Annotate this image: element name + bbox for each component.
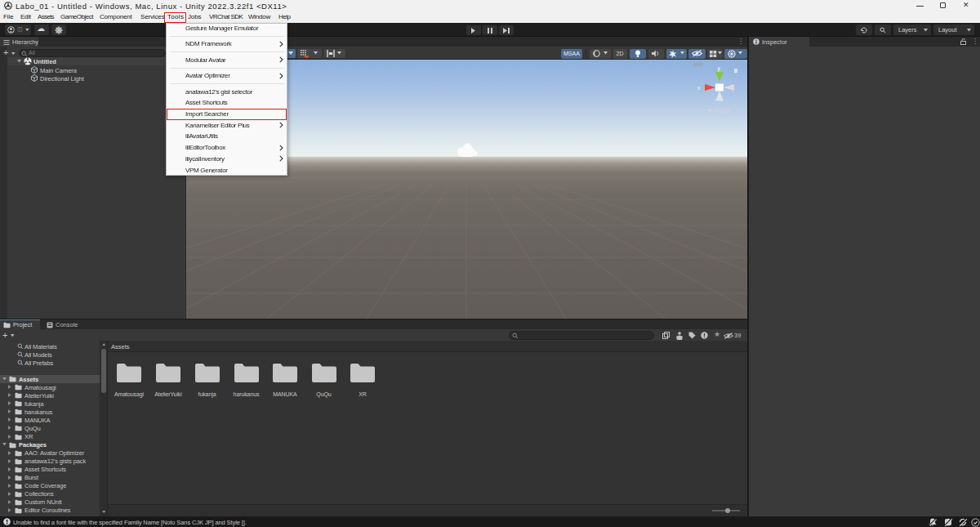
svg-text:x: x xyxy=(697,85,701,91)
svg-text:y: y xyxy=(718,65,721,72)
